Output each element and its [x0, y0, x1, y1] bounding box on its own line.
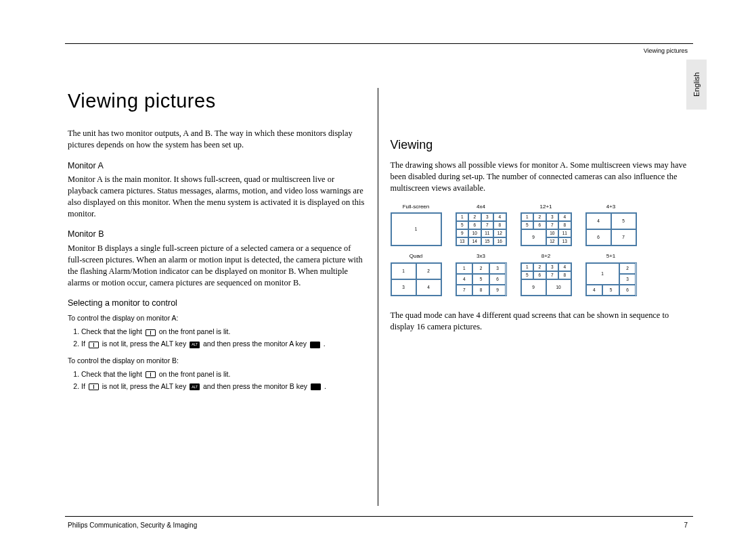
label-fullscreen: Full-screen [403, 204, 430, 211]
language-label: English [692, 72, 701, 97]
step-a2: If is not lit, press the ALT key ALT and… [81, 339, 366, 348]
content-columns: Viewing pictures The unit has two monito… [68, 88, 688, 506]
viewing-intro: The drawing shows all possible views for… [391, 160, 688, 193]
layout-diagrams: Full-screen 1 4x4 1234567891011121314151… [391, 204, 688, 297]
language-tab: English [686, 60, 707, 110]
page-title: Viewing pictures [68, 88, 366, 114]
diagram-5p1: 5+1 123 456 [585, 253, 637, 296]
monitor-a-heading: Monitor A [68, 160, 366, 172]
diagram-quad: Quad 1234 [391, 253, 442, 296]
control-a-steps: Check that the light on the front panel … [68, 327, 366, 348]
monitor-b-icon [89, 383, 99, 390]
page-number: 7 [684, 521, 688, 529]
control-a-lead: To control the display on monitor A: [68, 313, 366, 323]
manual-page: Viewing pictures English Viewing picture… [0, 0, 731, 560]
top-rule [65, 43, 693, 44]
control-b-steps: Check that the light on the front panel … [68, 369, 366, 391]
step-b1: Check that the light on the front panel … [81, 369, 366, 379]
monitor-a-key-icon [310, 342, 320, 348]
monitor-a-text: Monitor A is the main monitor. It shows … [68, 174, 366, 219]
intro-paragraph: The unit has two monitor outputs, A and … [68, 128, 366, 150]
label-12p1: 12+1 [539, 204, 552, 211]
step-a1: Check that the light on the front panel … [81, 327, 366, 336]
diagram-4x4: 4x4 12345678910111213141516 [456, 204, 507, 247]
running-header: Viewing pictures [644, 47, 688, 54]
viewing-heading: Viewing [391, 137, 688, 153]
monitor-b-text: Monitor B displays a single full-screen … [68, 243, 366, 288]
quad-note: The quad mode can have 4 different quad … [391, 310, 688, 332]
bottom-rule [65, 516, 693, 517]
label-4p3: 4+3 [606, 204, 616, 211]
diagram-8p2: 8+2 1234 5678 910 [520, 253, 572, 296]
control-b-lead: To control the display on monitor B: [68, 356, 366, 365]
monitor-b-heading: Monitor B [68, 229, 366, 240]
column-right: Viewing The drawing shows all possible v… [378, 88, 688, 506]
label-quad: Quad [409, 253, 423, 260]
diagram-3x3: 3x3 123456789 [456, 253, 507, 296]
monitor-b-icon [146, 371, 156, 378]
diagram-12p1: 12+1 1234 5678 91011 1213 [520, 204, 572, 247]
monitor-b-key-icon [311, 383, 321, 390]
label-8p2: 8+2 [541, 253, 551, 260]
alt-key-icon: ALT [190, 342, 200, 348]
diagram-fullscreen: Full-screen 1 [391, 204, 442, 247]
diagram-4p3: 4+3 45 67 [585, 204, 637, 247]
label-3x3: 3x3 [477, 253, 485, 260]
column-left: Viewing pictures The unit has two monito… [68, 88, 378, 506]
label-5p1: 5+1 [606, 253, 616, 260]
monitor-a-icon [89, 342, 99, 348]
selecting-heading: Selecting a monitor to control [68, 298, 366, 309]
label-4x4: 4x4 [477, 204, 485, 211]
step-b2: If is not lit, press the ALT key ALT and… [81, 381, 366, 391]
monitor-a-icon [146, 329, 156, 336]
alt-key-icon: ALT [190, 383, 200, 390]
footer-brand: Philips Communication, Security & Imagin… [68, 521, 197, 529]
